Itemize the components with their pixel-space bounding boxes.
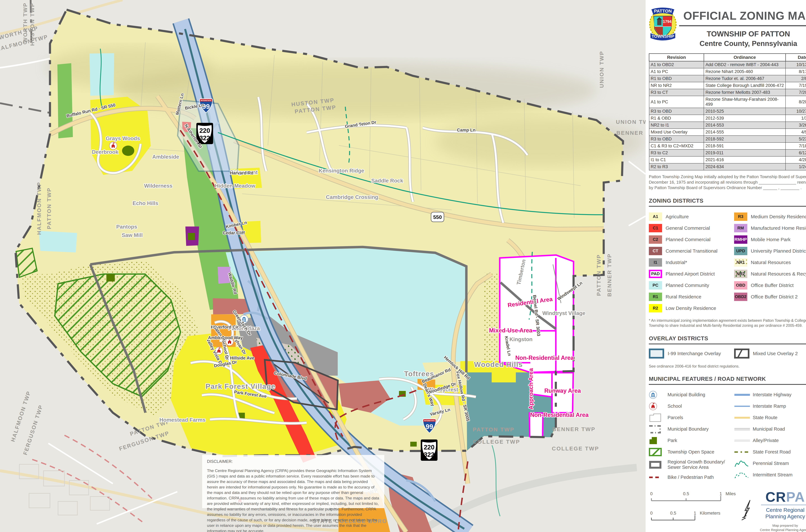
svg-text:1794: 1794 bbox=[663, 19, 672, 24]
i1-swatch: I1 bbox=[649, 258, 662, 267]
legend-item-i1: I1Industrial* bbox=[649, 256, 734, 268]
municipal-road-icon bbox=[734, 427, 750, 432]
svg-text:Kilometers: Kilometers bbox=[700, 511, 721, 516]
legend-item-school: School bbox=[649, 400, 734, 412]
pad-label: Runway Area bbox=[544, 387, 581, 394]
legend-item-state-forest-road: State Forest Road bbox=[734, 446, 806, 458]
map-title: OFFICIAL ZONING MAP bbox=[677, 10, 806, 22]
legend-item-rmhp: RMHPMobile Home Park bbox=[734, 234, 806, 245]
svg-text:0: 0 bbox=[650, 491, 653, 496]
r1-swatch: R1 bbox=[649, 292, 662, 301]
legend-item-ct: CTCommercial Transitional bbox=[649, 245, 734, 256]
state-forest-road-icon bbox=[734, 450, 750, 454]
map-subtitle: TOWNSHIP OF PATTON bbox=[677, 30, 806, 38]
municipal-boundary-icon bbox=[649, 424, 662, 434]
crpa-logo: CRPA bbox=[756, 490, 806, 503]
intermittent-stream-icon bbox=[734, 470, 750, 480]
area-label: Park Forest Village bbox=[206, 382, 275, 390]
state-route-icon bbox=[734, 415, 750, 420]
township-label: BENNER TWP bbox=[606, 253, 612, 297]
table-header-row: Revision Ordinance Date bbox=[649, 54, 806, 61]
disclaimer-box: DISCLAIMER: The Centre Regional Planning… bbox=[202, 455, 384, 508]
crpa-agency-name: Centre RegionalPlanning Agency bbox=[756, 507, 806, 520]
township-label: COLLEGE TWP bbox=[552, 445, 599, 452]
area-label: Saddle Rock bbox=[371, 178, 403, 184]
svg-text:Miles: Miles bbox=[726, 491, 736, 496]
alley-private-icon bbox=[734, 438, 750, 443]
legend-item-interstate-ramp: Interstate Ramp bbox=[734, 400, 806, 412]
area-label: Deerbrook bbox=[92, 149, 118, 155]
area-label: Grays Woods bbox=[106, 135, 140, 141]
pad-label: Non-Residential Area bbox=[530, 412, 589, 418]
mixed-use-overlay-2-swatch bbox=[734, 348, 749, 359]
legend-item-c1: C1General Commercial bbox=[649, 222, 734, 234]
crpa-credits: Map prepared by Centre Regional Planning… bbox=[756, 523, 806, 532]
legend-item-r3: R3Medium Density Residence bbox=[734, 211, 806, 222]
scale-bars: 0 0.5 1 Miles 0 0.5 1 Kilometers bbox=[648, 490, 738, 530]
legend-item-parcels: Parcels bbox=[649, 412, 734, 423]
legend-item-municipal-road: Municipal Road bbox=[734, 423, 806, 435]
obd-swatch: OBD bbox=[734, 281, 747, 289]
north-arrow-icon bbox=[738, 490, 756, 523]
regional-growth-boundary-icon bbox=[649, 460, 662, 470]
area-label: Echo Hills bbox=[133, 200, 158, 206]
legend-item-pad: PADPlanned Airport District bbox=[649, 268, 734, 280]
table-row: R3 to CTRezone former Mellotts 2007-4837… bbox=[649, 89, 806, 96]
table-row: NR2 to I12014-5533/26/2014 bbox=[649, 122, 806, 129]
zoning-map-sheet: INTERSTATE 99 220 322 550 bbox=[0, 0, 806, 532]
ct-swatch: CT bbox=[649, 247, 662, 255]
features-legend: Municipal Building School Parcels Munici… bbox=[649, 389, 806, 483]
legend-item-interstate-highway: Interstate Highway bbox=[734, 389, 806, 400]
legend-item-upd: UPDUniversity Planned District bbox=[734, 245, 806, 256]
disclaimer-body: The Centre Regional Planning Agency (CRP… bbox=[207, 468, 380, 532]
pc-swatch: PC bbox=[649, 281, 662, 289]
table-row: R3 to C22019-0116/12/2019 bbox=[649, 149, 806, 156]
pad-label: Non-Residential Area bbox=[515, 355, 574, 361]
township-label: PATTON TWP bbox=[473, 426, 514, 433]
svg-text:0: 0 bbox=[650, 511, 653, 516]
legend-item-municipal-boundary: Municipal Boundary bbox=[649, 423, 734, 435]
area-label: Pantops bbox=[116, 224, 137, 230]
panel-header: PATTON 1794 TOWNSHIP OFFICIAL ZONING MAP… bbox=[648, 5, 806, 48]
table-row: R1 & OBD2012-5391/3/2012 bbox=[649, 115, 806, 122]
table-row: C1 & R3 to C2+MXD22018-5917/18/2018 bbox=[649, 142, 806, 149]
legend-item-municipal-building: Municipal Building bbox=[649, 389, 734, 400]
zoning-legend: A1Agriculture C1General Commercial C2Pla… bbox=[649, 211, 806, 314]
legend-item-mixed-use-overlay-2: Mixed Use Overlay 2 bbox=[734, 348, 806, 359]
perennial-stream-icon bbox=[734, 459, 750, 468]
table-row: NR to NR2State College Borough Landfill … bbox=[649, 82, 806, 89]
legend-item-obd2: OBD2Office Buffer District 2 bbox=[734, 291, 806, 302]
legend-item-a1: A1Agriculture bbox=[649, 211, 734, 222]
legend-item-alley-private: Alley/Private bbox=[734, 435, 806, 446]
overlay-legend: I-99 Interchange Overlay Mixed Use Overl… bbox=[649, 348, 806, 359]
road-label: Camp Ln bbox=[457, 128, 476, 133]
svg-text:1: 1 bbox=[719, 491, 722, 496]
svg-text:TOWNSHIP: TOWNSHIP bbox=[652, 34, 674, 39]
township-label: UNION TWP bbox=[598, 51, 604, 88]
area-label: Ambleside bbox=[152, 154, 179, 160]
legend-item-park: Park bbox=[649, 435, 734, 446]
table-row: A1 to OBD2Add OBD2 - remove IMBT - 2004-… bbox=[649, 61, 806, 68]
parcels-icon bbox=[649, 413, 662, 422]
area-label: Wilderness bbox=[144, 183, 172, 189]
pad-label: Mixed-Use Area bbox=[489, 327, 533, 334]
road-label: Cedar Cliff bbox=[223, 230, 245, 235]
pad-label: Approach Area bbox=[527, 368, 534, 410]
area-label: Homestead Farms bbox=[159, 417, 206, 423]
area-label: Hidden Meadow bbox=[215, 183, 255, 189]
zoning-footnote: * An intermunicipal zoning implementatio… bbox=[649, 318, 806, 328]
bike-pedestrian-path-icon bbox=[649, 475, 662, 480]
township-label: WORTH TWP bbox=[22, 2, 28, 42]
rm-swatch: RM bbox=[734, 224, 747, 232]
obd2-swatch: OBD2 bbox=[734, 292, 747, 301]
rmhp-swatch: RMHP bbox=[734, 235, 747, 244]
legend-item-pc: PCPlanned Community bbox=[649, 280, 734, 291]
c2-swatch: C2 bbox=[649, 235, 662, 244]
road-label: Harvard Rd bbox=[230, 171, 253, 175]
township-label: HALFMOON TWP bbox=[36, 182, 42, 235]
svg-text:0.5: 0.5 bbox=[670, 511, 676, 516]
interstate-ramp-icon bbox=[734, 404, 750, 409]
svg-text:1: 1 bbox=[694, 511, 696, 516]
municipal-features-heading: MUNICIPAL FEATURES / ROAD NETWORK bbox=[649, 376, 806, 382]
park-icon bbox=[649, 436, 659, 445]
